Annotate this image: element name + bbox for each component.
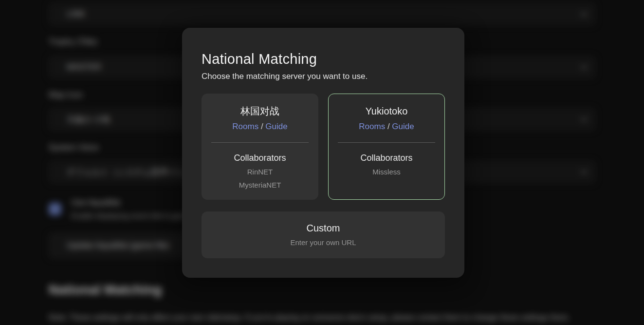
collaborators-heading: Collaborators: [202, 153, 318, 163]
app-window: LINK ❯ Trophy (Title) MASTER ❯ Map Icon …: [0, 0, 644, 325]
card-divider: [211, 142, 309, 143]
link-separator: /: [261, 122, 263, 131]
server-links: Rooms / Guide: [329, 121, 444, 132]
collaborators-list: RinNET MysteriaNET: [202, 165, 318, 191]
collaborators-heading: Collaborators: [329, 153, 444, 163]
rooms-link[interactable]: Rooms: [232, 122, 258, 131]
guide-link[interactable]: Guide: [265, 122, 287, 131]
custom-card-title: Custom: [307, 222, 340, 234]
card-divider: [338, 142, 435, 143]
server-card-linguo[interactable]: 林国对战 Rooms / Guide Collaborators RinNET …: [202, 94, 318, 200]
server-options-row: 林国对战 Rooms / Guide Collaborators RinNET …: [202, 94, 445, 200]
national-matching-dialog: National Matching Choose the matching se…: [182, 28, 464, 278]
server-links: Rooms / Guide: [202, 121, 318, 132]
custom-server-card[interactable]: Custom Enter your own URL: [202, 211, 445, 258]
link-separator: /: [387, 122, 390, 131]
server-card-yukiotoko[interactable]: Yukiotoko Rooms / Guide Collaborators Mi…: [328, 94, 445, 200]
collaborator-name: Missless: [329, 165, 444, 178]
collaborator-name: RinNET: [202, 165, 318, 178]
collaborators-list: Missless: [329, 165, 444, 178]
collaborator-name: MysteriaNET: [202, 178, 318, 191]
custom-card-subtitle: Enter your own URL: [290, 237, 356, 248]
rooms-link[interactable]: Rooms: [359, 122, 385, 131]
guide-link[interactable]: Guide: [392, 122, 414, 131]
dialog-title: National Matching: [202, 50, 445, 68]
server-name: 林国对战: [202, 105, 318, 117]
server-name: Yukiotoko: [329, 105, 444, 117]
dialog-subtitle: Choose the matching server you want to u…: [202, 71, 445, 82]
